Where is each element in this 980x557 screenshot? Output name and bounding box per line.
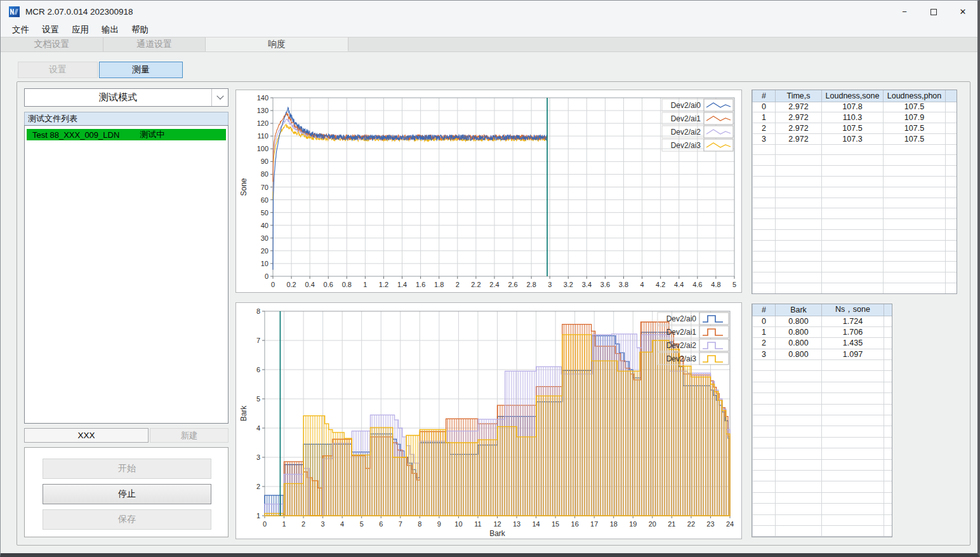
- table-cell: 0.800: [776, 316, 822, 326]
- table-cell: [822, 262, 884, 272]
- xxx-button[interactable]: XXX: [24, 428, 149, 443]
- loudness-time-chart-panel: 00.20.40.60.811.21.41.61.822.22.42.62.83…: [235, 90, 742, 293]
- table-row: [753, 470, 892, 481]
- table-row: [753, 459, 892, 470]
- new-button: 新建: [150, 428, 228, 443]
- table-cell: [946, 187, 957, 198]
- menu-settings[interactable]: 设置: [36, 23, 65, 36]
- bark-spectrum-chart[interactable]: 0123456789101112131415161718192021222324…: [236, 303, 741, 539]
- minimize-button[interactable]: −: [890, 1, 919, 23]
- table-row: [753, 393, 892, 404]
- column-header: Loudness,sone: [822, 90, 884, 102]
- test-mode-dropdown[interactable]: 测试模式: [24, 88, 228, 107]
- svg-text:4: 4: [340, 520, 344, 528]
- table-cell: [946, 251, 957, 262]
- svg-text:10: 10: [454, 520, 462, 528]
- svg-text:0.2: 0.2: [286, 281, 296, 288]
- table-cell: 1.097: [822, 349, 884, 359]
- svg-text:30: 30: [261, 234, 268, 242]
- svg-text:Dev2/ai2: Dev2/ai2: [671, 128, 701, 137]
- menu-help[interactable]: 帮助: [125, 23, 155, 36]
- window-title: MCR 2.07.0.014 202300918: [25, 7, 133, 17]
- title-bar: MCR 2.07.0.014 202300918 − ✕: [1, 1, 977, 23]
- table-cell: [822, 382, 884, 393]
- table-cell: [884, 360, 892, 371]
- test-file-listbox[interactable]: Test 88_XXX_009_LDN测试中: [24, 125, 228, 424]
- svg-text:3.2: 3.2: [564, 281, 573, 288]
- table-row[interactable]: 30.8001.097: [753, 349, 892, 359]
- file-list-header: 测试文件列表: [24, 112, 228, 125]
- table-cell: [946, 208, 957, 219]
- table-cell: [884, 272, 946, 283]
- table-cell: [884, 144, 946, 155]
- maximize-button[interactable]: [919, 1, 948, 23]
- svg-text:15: 15: [552, 520, 559, 528]
- table-cell: [946, 272, 957, 283]
- table-row[interactable]: 32.972107.3107.5: [753, 133, 957, 144]
- stop-button[interactable]: 停止: [43, 484, 211, 504]
- table-cell: [822, 481, 884, 492]
- table-row[interactable]: 22.972107.5107.5: [753, 123, 957, 134]
- svg-text:6: 6: [379, 520, 383, 528]
- svg-text:1: 1: [256, 512, 260, 520]
- table-row: [753, 283, 957, 294]
- table-cell: [753, 470, 776, 481]
- table-cell: [822, 371, 884, 382]
- table-cell: [776, 504, 822, 514]
- table-cell: 3: [753, 349, 776, 359]
- svg-text:Dev2/ai3: Dev2/ai3: [671, 141, 701, 150]
- table-row[interactable]: 10.8001.706: [753, 326, 892, 337]
- svg-text:0: 0: [271, 281, 275, 288]
- table-cell: [884, 283, 946, 294]
- table-row: [753, 371, 892, 382]
- table-cell: [884, 404, 892, 415]
- table-cell: [776, 371, 822, 382]
- table-cell: [946, 283, 957, 294]
- table-row: [753, 525, 892, 536]
- svg-text:14: 14: [532, 520, 540, 528]
- table-cell: [753, 187, 776, 198]
- table-row: [753, 251, 957, 262]
- table-cell: [776, 437, 822, 448]
- tab-loudness[interactable]: 响度: [206, 37, 348, 51]
- svg-text:22: 22: [687, 520, 695, 528]
- subtab-measure[interactable]: 测量: [99, 62, 183, 78]
- svg-text:4: 4: [640, 281, 644, 288]
- table-cell: [884, 371, 892, 382]
- svg-text:8: 8: [256, 307, 260, 315]
- table-cell: [753, 283, 776, 294]
- table-row: [753, 144, 957, 155]
- menu-apply[interactable]: 应用: [65, 23, 95, 36]
- table-cell: [884, 393, 892, 404]
- close-button[interactable]: ✕: [948, 1, 977, 23]
- table-cell: 107.5: [822, 123, 884, 134]
- table-row[interactable]: 12.972110.3107.9: [753, 112, 957, 123]
- maximize-icon: [930, 9, 937, 15]
- dropdown-arrow[interactable]: [211, 89, 228, 106]
- table-cell: [884, 166, 946, 177]
- file-name: Test 88_XXX_009_LDN: [32, 130, 119, 140]
- table-row[interactable]: 20.8001.435: [753, 338, 892, 349]
- svg-text:3.4: 3.4: [582, 281, 592, 288]
- table-row: [753, 360, 892, 371]
- table-row[interactable]: 02.972107.8107.5: [753, 102, 957, 112]
- table-cell: [884, 415, 892, 426]
- table-cell: 107.8: [822, 102, 884, 112]
- loudness-time-chart[interactable]: 00.20.40.60.811.21.41.61.822.22.42.62.83…: [236, 90, 741, 292]
- svg-text:23: 23: [706, 520, 714, 528]
- list-item[interactable]: Test 88_XXX_009_LDN测试中: [27, 129, 226, 140]
- svg-text:4.6: 4.6: [692, 281, 702, 288]
- svg-text:5: 5: [732, 281, 736, 288]
- menu-output[interactable]: 输出: [95, 23, 125, 36]
- table-cell: 110.3: [822, 112, 884, 123]
- menu-file[interactable]: 文件: [6, 23, 36, 36]
- table-cell: 2.972: [776, 112, 822, 123]
- svg-text:0.6: 0.6: [324, 281, 333, 288]
- table-cell: 0: [753, 316, 776, 326]
- table-row[interactable]: 00.8001.724: [753, 316, 892, 326]
- table-cell: [776, 525, 822, 536]
- table-cell: 0: [753, 102, 776, 112]
- table-cell: [946, 230, 957, 241]
- table-cell: [822, 393, 884, 404]
- filler-header: [884, 304, 892, 316]
